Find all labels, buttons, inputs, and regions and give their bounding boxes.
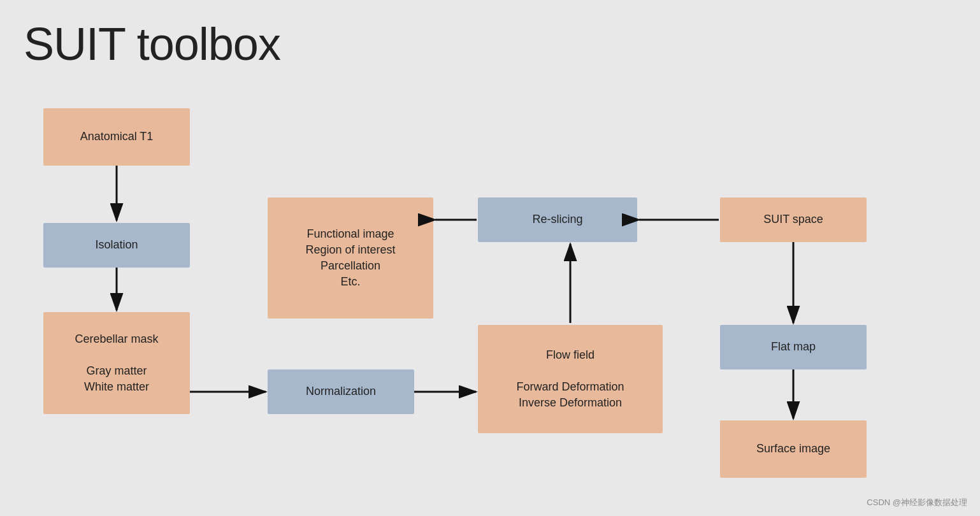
anatomical-t1-label: Anatomical T1 [80,129,154,145]
flow-field-label: Flow field Forward Deformation Inverse D… [516,347,624,412]
surface-image-label: Surface image [756,441,830,457]
reslicing-label: Re-slicing [532,211,582,227]
surface-image-box: Surface image [720,420,867,478]
normalization-box: Normalization [268,369,414,414]
watermark-text: CSDN @神经影像数据处理 [867,497,967,508]
cerebellar-label: Cerebellar mask Gray matter White matter [75,331,158,396]
normalization-label: Normalization [306,383,376,399]
flow-field-box: Flow field Forward Deformation Inverse D… [478,325,663,433]
suit-space-label: SUIT space [763,211,823,227]
page-title: SUIT toolbox [24,18,280,70]
flat-map-box: Flat map [720,325,867,369]
functional-label: Functional image Region of interest Parc… [305,226,395,290]
flat-map-label: Flat map [771,339,816,355]
cerebellar-box: Cerebellar mask Gray matter White matter [43,312,190,414]
isolation-box: Isolation [43,223,190,268]
functional-box: Functional image Region of interest Parc… [268,197,433,319]
anatomical-t1-box: Anatomical T1 [43,108,190,166]
svg-line-7 [435,220,476,259]
reslicing-box: Re-slicing [478,197,637,242]
suit-space-box: SUIT space [720,197,867,242]
isolation-label: Isolation [95,237,138,253]
